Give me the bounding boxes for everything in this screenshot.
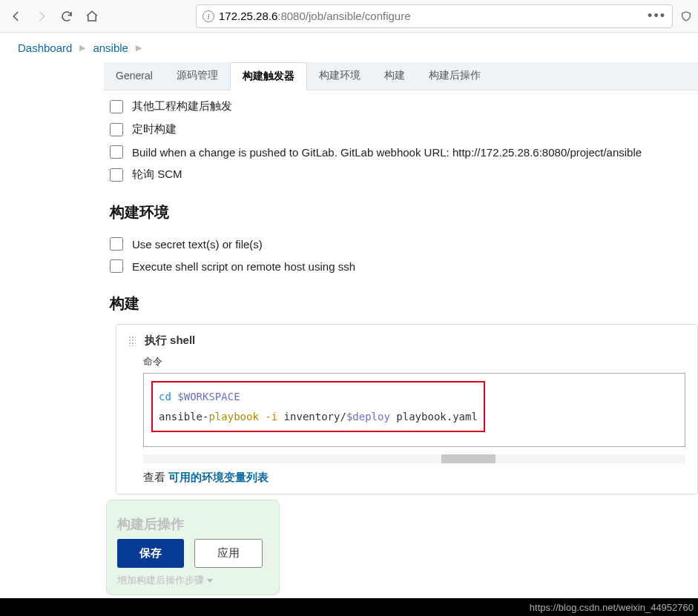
save-button[interactable]: 保存 xyxy=(117,539,184,568)
url-text: 172.25.28.6:8080/job/ansible/configure xyxy=(219,10,411,22)
trigger-checkbox-gitlab[interactable] xyxy=(110,145,123,159)
shell-command-editor[interactable]: cd $WORKSPACE ansible-playbook -i invent… xyxy=(143,373,685,447)
editor-scrollbar[interactable] xyxy=(143,454,685,463)
trigger-label: 其他工程构建后触发 xyxy=(132,99,232,113)
trigger-row: Build when a change is pushed to GitLab.… xyxy=(110,141,698,163)
config-content: 其他工程构建后触发 定时构建 Build when a change is pu… xyxy=(104,90,698,555)
build-step-shell: 执行 shell 命令 cd $WORKSPACE ansible-playbo… xyxy=(116,324,698,494)
arrow-right-icon xyxy=(35,10,48,23)
env-row: Use secret text(s) or file(s) xyxy=(110,233,698,255)
trigger-label: 定时构建 xyxy=(132,122,177,136)
trigger-checkbox-after-other[interactable] xyxy=(110,100,123,113)
reload-icon xyxy=(60,10,73,23)
chevron-right-icon: ▶ xyxy=(136,43,142,53)
save-panel: 构建后操作 保存 应用 增加构建后操作步骤 xyxy=(106,500,280,595)
chevron-right-icon: ▶ xyxy=(79,43,85,53)
address-bar[interactable]: i 172.25.28.6:8080/job/ansible/configure… xyxy=(196,4,673,28)
section-build: 构建 xyxy=(110,294,698,314)
apply-button[interactable]: 应用 xyxy=(194,539,263,568)
tab-build[interactable]: 构建 xyxy=(372,62,417,90)
section-build-env: 构建环境 xyxy=(110,202,698,222)
arrow-left-icon xyxy=(10,10,23,23)
tab-post-build[interactable]: 构建后操作 xyxy=(417,62,493,90)
config-tabs: General 源码管理 构建触发器 构建环境 构建 构建后操作 xyxy=(104,62,698,90)
trigger-row: 轮询 SCM xyxy=(110,163,698,186)
trigger-label: Build when a change is pushed to GitLab.… xyxy=(132,146,642,159)
tab-build-env[interactable]: 构建环境 xyxy=(307,62,372,90)
breadcrumb-job[interactable]: ansible xyxy=(93,42,128,54)
trigger-row: 其他工程构建后触发 xyxy=(110,95,698,118)
breadcrumb-dashboard[interactable]: Dashboard xyxy=(18,42,72,54)
trigger-checkbox-poll-scm[interactable] xyxy=(110,168,123,182)
site-info-icon[interactable]: i xyxy=(203,10,214,22)
breadcrumb: Dashboard ▶ ansible ▶ xyxy=(0,33,698,62)
env-label: Use secret text(s) or file(s) xyxy=(132,238,263,251)
tab-build-triggers[interactable]: 构建触发器 xyxy=(230,62,307,90)
env-label: Execute shell script on remote host usin… xyxy=(132,260,355,273)
reload-button[interactable] xyxy=(56,6,77,27)
add-post-build-step-faded: 增加构建后操作步骤 xyxy=(117,574,269,587)
section-post-build-faded: 构建后操作 xyxy=(117,515,269,533)
env-row: Execute shell script on remote host usin… xyxy=(110,255,698,277)
back-button[interactable] xyxy=(6,6,27,27)
more-icon[interactable]: ••• xyxy=(648,8,666,24)
env-checkbox-ssh[interactable] xyxy=(110,259,123,273)
home-button[interactable] xyxy=(82,6,102,27)
command-label: 命令 xyxy=(143,355,685,368)
env-checkbox-secret[interactable] xyxy=(110,237,123,251)
trigger-label: 轮询 SCM xyxy=(132,168,182,182)
drag-handle-icon[interactable] xyxy=(128,336,136,346)
shield-icon[interactable] xyxy=(680,10,692,22)
tab-scm[interactable]: 源码管理 xyxy=(165,62,230,90)
tab-general[interactable]: General xyxy=(104,62,165,90)
forward-button[interactable] xyxy=(31,6,52,27)
chevron-down-icon xyxy=(207,579,213,583)
trigger-checkbox-cron[interactable] xyxy=(110,123,123,136)
trigger-row: 定时构建 xyxy=(110,118,698,141)
home-icon xyxy=(85,10,99,23)
env-vars-hint: 查看 可用的环境变量列表 xyxy=(143,471,685,485)
step-title: 执行 shell xyxy=(145,334,195,346)
watermark: https://blog.csdn.net/weixin_44952760 xyxy=(0,598,698,616)
browser-toolbar: i 172.25.28.6:8080/job/ansible/configure… xyxy=(0,0,698,33)
env-vars-link[interactable]: 可用的环境变量列表 xyxy=(168,471,269,483)
step-header[interactable]: 执行 shell xyxy=(128,334,685,348)
